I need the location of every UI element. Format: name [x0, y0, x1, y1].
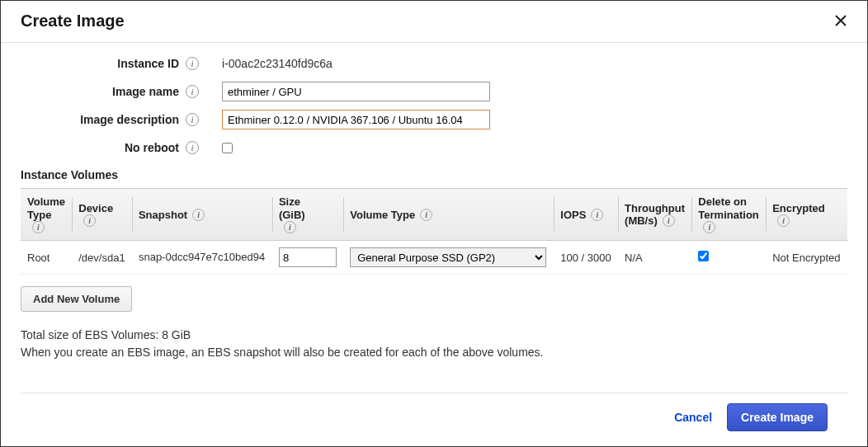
- dialog-header: Create Image: [1, 1, 867, 43]
- cell-iops: 100 / 3000: [554, 241, 618, 275]
- no-reboot-label: No reboot: [21, 141, 186, 154]
- close-icon[interactable]: [831, 11, 851, 31]
- col-iops: IOPS i: [554, 189, 618, 241]
- image-name-label: Image name: [21, 85, 186, 98]
- info-icon[interactable]: i: [591, 209, 603, 221]
- cell-throughput: N/A: [618, 241, 691, 275]
- cell-snapshot: snap-0dcc947e7c10bed94: [132, 241, 272, 275]
- summary-line2: When you create an EBS image, an EBS sna…: [21, 344, 847, 361]
- instance-id-value: i-00ac2c23140fd9c6a: [222, 57, 333, 70]
- image-name-input[interactable]: [222, 82, 490, 101]
- delete-on-term-checkbox[interactable]: [698, 251, 709, 261]
- dialog-title: Create Image: [21, 12, 125, 31]
- col-volume-kind: VolumeType i: [21, 189, 72, 241]
- dialog-footer: Cancel Create Image: [21, 393, 847, 446]
- info-icon[interactable]: i: [663, 214, 675, 227]
- cell-size: [272, 241, 343, 275]
- info-icon[interactable]: i: [777, 214, 790, 227]
- info-icon[interactable]: i: [703, 221, 715, 233]
- image-description-input[interactable]: [222, 110, 490, 129]
- cell-encrypted: Not Encrypted: [766, 241, 847, 275]
- info-icon[interactable]: i: [32, 221, 45, 233]
- info-icon[interactable]: i: [186, 85, 199, 98]
- col-delete-on-term: Delete onTermination i: [691, 189, 766, 241]
- table-header-row: VolumeType i Device i Snapshot i: [21, 189, 847, 241]
- info-icon[interactable]: i: [420, 209, 432, 221]
- row-no-reboot: No reboot i: [21, 137, 847, 158]
- instance-id-label: Instance ID: [21, 57, 186, 70]
- no-reboot-checkbox[interactable]: [222, 143, 233, 153]
- volume-type-select[interactable]: General Purpose SSD (GP2): [350, 247, 546, 267]
- add-new-volume-button[interactable]: Add New Volume: [21, 286, 132, 312]
- volumes-table: VolumeType i Device i Snapshot i: [21, 188, 847, 275]
- col-size: Size(GiB) i: [272, 189, 343, 241]
- row-instance-id: Instance ID i i-00ac2c23140fd9c6a: [21, 53, 847, 74]
- table-row: Root /dev/sda1 snap-0dcc947e7c10bed94 Ge…: [21, 241, 847, 275]
- info-icon[interactable]: i: [284, 221, 296, 233]
- info-icon[interactable]: i: [192, 209, 205, 221]
- info-icon[interactable]: i: [186, 113, 199, 126]
- cell-delete-on-term: [691, 241, 766, 275]
- info-icon[interactable]: i: [186, 141, 199, 154]
- col-throughput: Throughput (MB/s)i: [618, 189, 691, 241]
- cell-volume-type: General Purpose SSD (GP2): [343, 241, 554, 275]
- row-image-description: Image description i: [21, 109, 847, 130]
- cell-kind: Root: [21, 241, 72, 275]
- info-icon[interactable]: i: [186, 57, 199, 70]
- cancel-button[interactable]: Cancel: [674, 411, 712, 424]
- image-description-label: Image description: [21, 113, 186, 126]
- instance-volumes-title: Instance Volumes: [21, 168, 847, 181]
- col-volume-type: Volume Type i: [343, 189, 554, 241]
- summary-line1: Total size of EBS Volumes: 8 GiB: [21, 327, 847, 344]
- info-icon[interactable]: i: [83, 214, 96, 227]
- dialog-body: Instance ID i i-00ac2c23140fd9c6a Image …: [1, 43, 867, 393]
- row-image-name: Image name i: [21, 81, 847, 102]
- cell-device: /dev/sda1: [72, 241, 132, 275]
- col-snapshot: Snapshot i: [132, 189, 272, 241]
- col-encrypted: Encrypted i: [766, 189, 847, 241]
- summary-text: Total size of EBS Volumes: 8 GiB When yo…: [21, 327, 847, 361]
- col-device: Device i: [72, 189, 132, 241]
- size-input[interactable]: [279, 247, 337, 267]
- create-image-dialog: Create Image Instance ID i i-00ac2c23140…: [0, 0, 868, 447]
- create-image-button[interactable]: Create Image: [727, 403, 828, 431]
